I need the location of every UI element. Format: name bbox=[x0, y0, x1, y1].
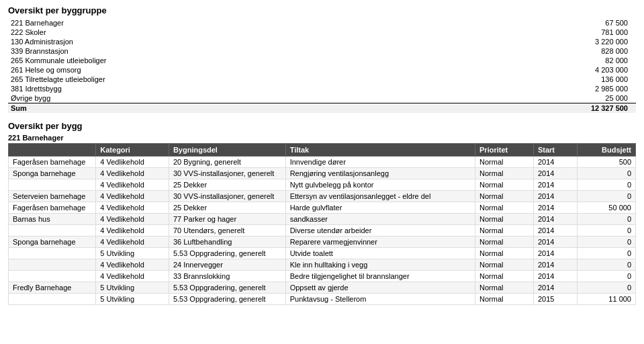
cell-facility: Seterveien barnehage bbox=[9, 191, 96, 202]
table-body: Fageråsen barnehage 4 Vedlikehold 20 Byg… bbox=[9, 157, 636, 305]
cell-tiltak: Nytt gulvbelegg på kontor bbox=[285, 179, 475, 191]
table-row: Fredly Barnehage 5 Utvikling 5.53 Oppgra… bbox=[9, 282, 636, 294]
col-tiltak: Tiltak bbox=[285, 144, 475, 157]
table-row: Fageråsen barnehage 4 Vedlikehold 20 Byg… bbox=[9, 157, 636, 168]
cell-facility bbox=[9, 179, 96, 191]
cell-start: 2014 bbox=[533, 168, 577, 179]
summary-total-row: Sum 12 327 500 bbox=[8, 103, 636, 114]
cell-budsjett: 0 bbox=[578, 168, 636, 179]
table-row: 4 Vedlikehold 25 Dekker Nytt gulvbelegg … bbox=[9, 179, 636, 191]
table-row: Barnas hus 4 Vedlikehold 77 Parker og ha… bbox=[9, 214, 636, 225]
cell-prioritet: Normal bbox=[475, 179, 534, 191]
top-title: Oversikt per byggruppe bbox=[8, 5, 636, 15]
summary-row: 265 Kommunale utleieboliger 82 000 bbox=[8, 56, 636, 65]
cell-prioritet: Normal bbox=[475, 236, 534, 248]
cell-start: 2014 bbox=[533, 271, 577, 282]
summary-row: 339 Brannstasjon 828 000 bbox=[8, 46, 636, 56]
cell-kategori: 4 Vedlikehold bbox=[96, 236, 169, 248]
summary-total-label: Sum bbox=[8, 103, 210, 114]
table-row: Sponga barnehage 4 Vedlikehold 30 VVS-in… bbox=[9, 168, 636, 179]
cell-tiltak: Utvide toalett bbox=[285, 248, 475, 259]
cell-tiltak: Oppsett av gjerde bbox=[285, 282, 475, 294]
cell-prioritet: Normal bbox=[475, 259, 534, 271]
summary-value: 2 985 000 bbox=[210, 84, 636, 93]
table-row: 4 Vedlikehold 70 Utendørs, generelt Dive… bbox=[9, 225, 636, 236]
summary-row: 130 Administrasjon 3 220 000 bbox=[8, 37, 636, 46]
cell-prioritet: Normal bbox=[475, 157, 534, 168]
summary-label: 265 Kommunale utleieboliger bbox=[8, 56, 210, 65]
cell-facility bbox=[9, 225, 96, 236]
page: Oversikt per byggruppe 221 Barnehager 67… bbox=[0, 0, 644, 344]
summary-row: 221 Barnehager 67 500 bbox=[8, 18, 636, 28]
cell-tiltak: Diverse utendør arbeider bbox=[285, 225, 475, 236]
cell-start: 2014 bbox=[533, 191, 577, 202]
cell-kategori: 4 Vedlikehold bbox=[96, 202, 169, 214]
cell-start: 2014 bbox=[533, 248, 577, 259]
table-row: 4 Vedlikehold 24 Innervegger Kle inn hul… bbox=[9, 259, 636, 271]
cell-prioritet: Normal bbox=[475, 191, 534, 202]
main-table: Kategori Bygningsdel Tiltak Prioritet St… bbox=[8, 143, 636, 305]
summary-label: 381 Idrettsbygg bbox=[8, 84, 210, 93]
cell-prioritet: Normal bbox=[475, 282, 534, 294]
cell-kategori: 5 Utvikling bbox=[96, 282, 169, 294]
cell-tiltak: Rengjøring ventilasjonsanlegg bbox=[285, 168, 475, 179]
col-kategori: Kategori bbox=[96, 144, 169, 157]
summary-value: 4 203 000 bbox=[210, 65, 636, 75]
table-row: 5 Utvikling 5.53 Oppgradering, generelt … bbox=[9, 248, 636, 259]
cell-budsjett: 0 bbox=[578, 179, 636, 191]
cell-budsjett: 0 bbox=[578, 282, 636, 294]
cell-tiltak: Harde gulvflater bbox=[285, 202, 475, 214]
cell-prioritet: Normal bbox=[475, 168, 534, 179]
cell-kategori: 4 Vedlikehold bbox=[96, 214, 169, 225]
cell-kategori: 4 Vedlikehold bbox=[96, 225, 169, 236]
summary-value: 136 000 bbox=[210, 75, 636, 84]
table-header: Kategori Bygningsdel Tiltak Prioritet St… bbox=[9, 144, 636, 157]
cell-bygningsdel: 5.53 Oppgradering, generelt bbox=[169, 248, 285, 259]
cell-tiltak: Ettersyn av ventilasjonsanlegget - eldre… bbox=[285, 191, 475, 202]
col-start: Start bbox=[533, 144, 577, 157]
cell-budsjett: 0 bbox=[578, 225, 636, 236]
cell-budsjett: 0 bbox=[578, 271, 636, 282]
cell-tiltak: Bedre tilgjengelighet til brannslanger bbox=[285, 271, 475, 282]
summary-value: 67 500 bbox=[210, 18, 636, 28]
summary-value: 3 220 000 bbox=[210, 37, 636, 46]
cell-start: 2014 bbox=[533, 259, 577, 271]
cell-start: 2015 bbox=[533, 294, 577, 305]
summary-value: 25 000 bbox=[210, 93, 636, 103]
summary-row: 261 Helse og omsorg 4 203 000 bbox=[8, 65, 636, 75]
summary-label: 222 Skoler bbox=[8, 28, 210, 37]
summary-label: 339 Brannstasjon bbox=[8, 46, 210, 56]
table-row: 4 Vedlikehold 33 Brannslokking Bedre til… bbox=[9, 271, 636, 282]
cell-facility bbox=[9, 248, 96, 259]
cell-facility bbox=[9, 259, 96, 271]
cell-facility: Sponga barnehage bbox=[9, 236, 96, 248]
summary-row: 381 Idrettsbygg 2 985 000 bbox=[8, 84, 636, 93]
table-row: Sponga barnehage 4 Vedlikehold 36 Luftbe… bbox=[9, 236, 636, 248]
cell-bygningsdel: 25 Dekker bbox=[169, 202, 285, 214]
bottom-title: Oversikt per bygg bbox=[8, 121, 636, 131]
cell-facility: Barnas hus bbox=[9, 214, 96, 225]
cell-bygningsdel: 36 Luftbehandling bbox=[169, 236, 285, 248]
cell-facility: Fageråsen barnehage bbox=[9, 202, 96, 214]
cell-budsjett: 50 000 bbox=[578, 202, 636, 214]
cell-start: 2014 bbox=[533, 157, 577, 168]
cell-budsjett: 0 bbox=[578, 259, 636, 271]
top-section: Oversikt per byggruppe 221 Barnehager 67… bbox=[0, 0, 644, 116]
cell-bygningsdel: 20 Bygning, generelt bbox=[169, 157, 285, 168]
cell-tiltak: Reparere varmegjenvinner bbox=[285, 236, 475, 248]
cell-tiltak: Innvendige dører bbox=[285, 157, 475, 168]
cell-tiltak: sandkasser bbox=[285, 214, 475, 225]
table-row: 5 Utvikling 5.53 Oppgradering, generelt … bbox=[9, 294, 636, 305]
cell-start: 2014 bbox=[533, 225, 577, 236]
cell-budsjett: 0 bbox=[578, 214, 636, 225]
cell-bygningsdel: 30 VVS-installasjoner, generelt bbox=[169, 168, 285, 179]
cell-facility: Fageråsen barnehage bbox=[9, 157, 96, 168]
cell-facility: Fredly Barnehage bbox=[9, 282, 96, 294]
col-bygningsdel: Bygningsdel bbox=[169, 144, 285, 157]
col-prioritet: Prioritet bbox=[475, 144, 534, 157]
cell-kategori: 4 Vedlikehold bbox=[96, 179, 169, 191]
summary-value: 828 000 bbox=[210, 46, 636, 56]
cell-start: 2014 bbox=[533, 236, 577, 248]
cell-facility bbox=[9, 271, 96, 282]
summary-value: 781 000 bbox=[210, 28, 636, 37]
